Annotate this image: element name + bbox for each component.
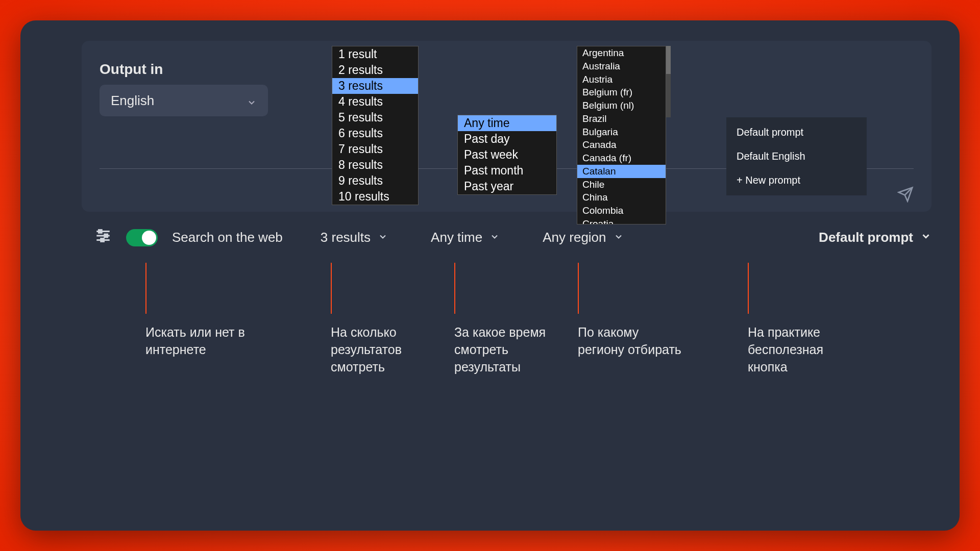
region-option[interactable]: Argentina	[577, 46, 666, 60]
region-option[interactable]: Chile	[577, 178, 666, 191]
chevron-down-icon	[378, 230, 388, 245]
time-selector[interactable]: Any time	[431, 230, 500, 245]
region-option[interactable]: Belgium (nl)	[577, 99, 666, 112]
prompt-option[interactable]: Default prompt	[726, 120, 867, 144]
time-dropdown[interactable]: Any timePast dayPast weekPast monthPast …	[457, 115, 557, 195]
language-select[interactable]: English	[100, 85, 268, 116]
region-option[interactable]: Belgium (fr)	[577, 86, 666, 99]
region-option[interactable]: Austria	[577, 73, 666, 86]
chevron-down-icon	[614, 230, 624, 245]
chevron-down-icon	[920, 230, 932, 245]
time-option[interactable]: Past day	[458, 131, 556, 147]
region-option[interactable]: Colombia	[577, 204, 666, 217]
callout-text: На сколько результатов смотреть	[331, 324, 438, 375]
svg-rect-5	[101, 239, 104, 242]
results-option[interactable]: 3 results	[332, 78, 418, 94]
output-in-label: Output in	[100, 61, 914, 78]
callout-text: Искать или нет в интер­нете	[145, 324, 253, 359]
prompt-dropdown[interactable]: Default promptDefault English+ New promp…	[726, 117, 867, 195]
results-selector[interactable]: 3 results	[321, 230, 388, 245]
callout-text: По какому региону отбирать	[578, 324, 685, 359]
web-search-label: Search on the web	[172, 230, 283, 245]
prompt-selector[interactable]: Default prompt	[819, 230, 932, 245]
region-option[interactable]: Brazil	[577, 112, 666, 126]
results-option[interactable]: 7 results	[332, 141, 418, 157]
prompt-option[interactable]: Default English	[726, 144, 867, 168]
time-option[interactable]: Past week	[458, 147, 556, 163]
callout-line	[748, 263, 749, 314]
search-toolbar: Search on the web 3 results Any time Any…	[94, 227, 932, 248]
time-option[interactable]: Past month	[458, 163, 556, 179]
callout-line	[331, 263, 332, 314]
results-option[interactable]: 4 results	[332, 94, 418, 110]
region-option[interactable]: Croatia	[577, 217, 666, 224]
time-value: Any time	[431, 230, 482, 245]
results-option[interactable]: 5 results	[332, 110, 418, 126]
web-search-toggle[interactable]	[126, 229, 158, 246]
callout-line	[578, 263, 579, 314]
results-value: 3 results	[321, 230, 371, 245]
svg-rect-3	[99, 230, 102, 233]
results-option[interactable]: 10 results	[332, 189, 418, 205]
toggle-knob	[142, 231, 156, 245]
callout-line	[454, 263, 455, 314]
region-option[interactable]: Bulgaria	[577, 126, 666, 139]
region-dropdown[interactable]: ArgentinaAustraliaAustriaBelgium (fr)Bel…	[577, 46, 666, 224]
results-option[interactable]: 8 results	[332, 157, 418, 173]
tutorial-card: Output in English 1 result2 results3 res…	[20, 20, 960, 531]
svg-rect-4	[105, 234, 108, 237]
callout-text: На практике бесполезная кнопка	[748, 324, 855, 375]
region-option[interactable]: China	[577, 191, 666, 204]
callout-line	[145, 263, 146, 314]
prompt-value: Default prompt	[819, 230, 913, 245]
region-option[interactable]: Catalan	[577, 165, 666, 178]
region-value: Any region	[543, 230, 606, 245]
chevron-down-icon	[489, 230, 500, 245]
results-dropdown[interactable]: 1 result2 results3 results4 results5 res…	[332, 46, 419, 205]
results-option[interactable]: 6 results	[332, 126, 418, 141]
time-option[interactable]: Any time	[458, 115, 556, 131]
region-selector[interactable]: Any region	[543, 230, 623, 245]
send-icon[interactable]	[897, 186, 914, 205]
results-option[interactable]: 2 results	[332, 62, 418, 78]
sliders-icon[interactable]	[94, 227, 112, 248]
time-option[interactable]: Past year	[458, 179, 556, 194]
prompt-option[interactable]: + New prompt	[726, 168, 867, 192]
results-option[interactable]: 1 result	[332, 46, 418, 62]
region-option[interactable]: Canada (fr)	[577, 152, 666, 165]
region-option[interactable]: Australia	[577, 60, 666, 73]
region-option[interactable]: Canada	[577, 138, 666, 152]
language-value: English	[111, 93, 154, 109]
chevron-down-icon	[247, 95, 257, 106]
results-option[interactable]: 9 results	[332, 173, 418, 189]
callout-text: За какое вре­мя смотреть результаты	[454, 324, 561, 375]
